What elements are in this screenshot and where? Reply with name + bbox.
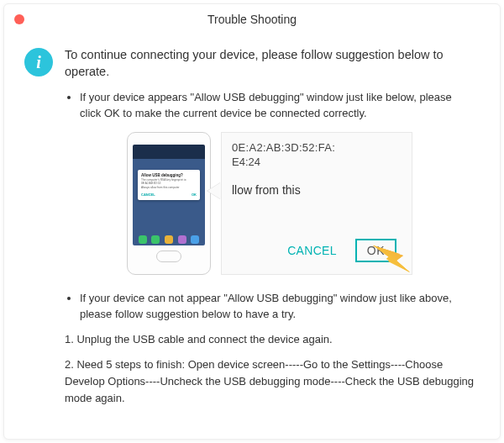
phone-mockup: Allow USB debugging? The computer's RSA … bbox=[127, 132, 211, 275]
window-controls bbox=[14, 14, 24, 24]
steps-block: 1. Unplug the USB cable and connect the … bbox=[65, 331, 475, 408]
cancel-button[interactable]: CANCEL bbox=[287, 244, 337, 257]
phone-app-icon bbox=[191, 235, 199, 244]
bullet-cannot-appear: If your device can not appear "Allow USB… bbox=[80, 290, 475, 323]
phone-app-icon bbox=[151, 235, 160, 244]
illustration: Allow USB debugging? The computer's RSA … bbox=[127, 132, 412, 275]
callout-allow-fragment: llow from this bbox=[232, 183, 403, 197]
troubleshooting-dialog: Trouble Shooting i To continue connectin… bbox=[3, 3, 501, 440]
phone-dialog-body: The computer's RSA key fingerprint is: 0… bbox=[141, 178, 197, 185]
phone-allow-dialog: Allow USB debugging? The computer's RSA … bbox=[138, 170, 200, 200]
info-icon: i bbox=[24, 48, 53, 76]
zoom-callout: 0E:A2:AB:3D:52:FA: E4:24 llow from this … bbox=[221, 132, 412, 275]
phone-app-icon bbox=[178, 235, 186, 244]
lead-text: To continue connecting your device, plea… bbox=[65, 46, 475, 81]
phone-home-button-icon bbox=[156, 251, 181, 262]
phone-dialog-cancel: CANCEL bbox=[141, 192, 155, 197]
callout-fingerprint-line2: E4:24 bbox=[232, 156, 403, 168]
phone-dock bbox=[136, 235, 202, 244]
phone-screen: Allow USB debugging? The computer's RSA … bbox=[133, 145, 205, 245]
ok-button[interactable]: OK bbox=[355, 239, 396, 262]
step-2: 2. Need 5 steps to finish: Open device s… bbox=[65, 356, 475, 407]
phone-dialog-ok: OK bbox=[192, 192, 197, 197]
titlebar: Trouble Shooting bbox=[4, 4, 500, 34]
phone-dialog-title: Allow USB debugging? bbox=[141, 173, 197, 177]
phone-dialog-always: Always allow from this computer bbox=[141, 186, 197, 189]
phone-app-icon bbox=[139, 235, 147, 244]
callout-pointer-icon bbox=[207, 182, 221, 199]
callout-fingerprint-line1: 0E:A2:AB:3D:52:FA: bbox=[232, 141, 403, 154]
bullet-allow-debugging: If your device appears "Allow USB debugg… bbox=[80, 89, 475, 122]
step-1: 1. Unplug the USB cable and connect the … bbox=[65, 331, 475, 348]
phone-app-icon bbox=[165, 235, 173, 244]
window-title: Trouble Shooting bbox=[207, 13, 297, 26]
close-icon[interactable] bbox=[14, 14, 24, 24]
dialog-body: i To continue connecting your device, pl… bbox=[4, 34, 500, 432]
